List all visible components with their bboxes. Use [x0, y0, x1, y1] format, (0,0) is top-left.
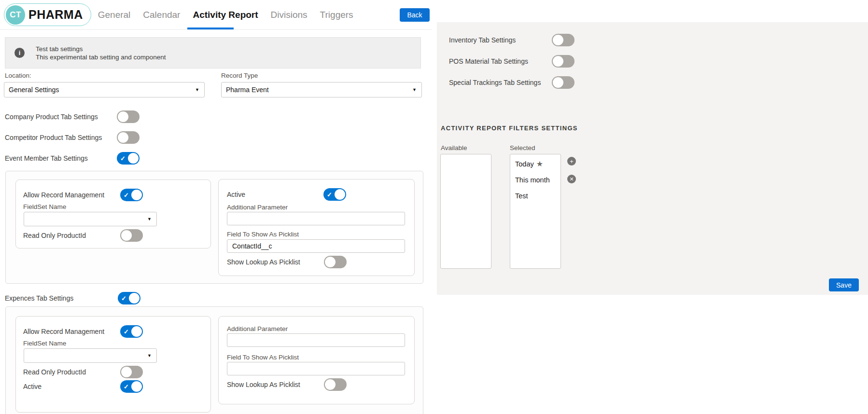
pos-material-tab-label: POS Material Tab Settings: [449, 57, 552, 65]
active-toggle[interactable]: ✓: [323, 188, 346, 201]
list-item-label: Test: [515, 192, 528, 200]
info-icon: i: [14, 48, 25, 58]
pos-material-tab-row: POS Material Tab Settings ✓: [449, 55, 574, 68]
allow-record-management-row: Allow Record Management ✓: [23, 325, 205, 338]
tab-triggers[interactable]: Triggers: [320, 0, 353, 29]
show-lookup-as-picklist-row: Show Lookup As Picklist ✓: [227, 378, 408, 391]
field-to-show-as-picklist-input[interactable]: [227, 239, 405, 253]
available-listbox[interactable]: [440, 154, 491, 269]
field-to-show-as-picklist-input[interactable]: [227, 362, 405, 375]
main-nav: General Calendar Activity Report Divisio…: [98, 0, 353, 29]
show-lookup-as-picklist-toggle[interactable]: ✓: [324, 256, 347, 268]
selected-listbox[interactable]: Today ★ This month Test: [510, 154, 561, 269]
list-item-label: This month: [515, 176, 550, 184]
expences-tab-toggle[interactable]: ✓: [118, 292, 140, 304]
event-member-tab-toggle[interactable]: ✓: [117, 152, 140, 165]
location-select[interactable]: General Settings ▼: [4, 82, 205, 97]
logo-brand-text: PHARMA: [28, 8, 83, 22]
special-trackings-tab-row: Special Trackings Tab Settings ✓: [449, 76, 574, 89]
dropdown-arrow-icon: ▼: [147, 353, 152, 358]
check-icon: ✓: [124, 192, 129, 199]
toggle-knob: [553, 56, 563, 67]
expences-record-card: Allow Record Management ✓ FieldSet Name …: [15, 316, 211, 413]
selected-list-label: Selected: [510, 144, 535, 152]
right-toggle-list: Inventory Tab Settings ✓ POS Material Ta…: [449, 34, 574, 97]
additional-parameter-input[interactable]: [227, 333, 405, 347]
record-type-select[interactable]: Pharma Event ▼: [221, 82, 422, 97]
active-row: Active ✓: [23, 380, 205, 393]
save-button[interactable]: Save: [829, 278, 859, 291]
dropdown-arrow-icon: ▼: [412, 87, 417, 92]
toggle-knob: [121, 367, 132, 377]
show-lookup-as-picklist-toggle[interactable]: ✓: [324, 378, 347, 391]
expences-picklist-card: Additional Parameter Field To Show As Pi…: [218, 316, 415, 404]
additional-parameter-label: Additional Parameter: [227, 204, 288, 211]
filters-settings-title: ACTIVITY REPORT FILTERS SETTINGS: [441, 124, 578, 132]
toggle-knob: [128, 153, 139, 164]
check-icon: ✓: [121, 295, 126, 302]
special-trackings-tab-toggle[interactable]: ✓: [552, 76, 574, 89]
active-label: Active: [227, 191, 323, 198]
location-label: Location:: [5, 72, 31, 79]
active-toggle[interactable]: ✓: [120, 380, 143, 393]
back-button[interactable]: Back: [400, 8, 430, 22]
allow-record-management-toggle[interactable]: ✓: [120, 189, 143, 201]
check-icon: ✓: [120, 155, 126, 162]
remove-filter-icon[interactable]: ✕: [567, 175, 576, 183]
additional-parameter-input[interactable]: [227, 212, 405, 225]
toggle-knob: [129, 293, 140, 304]
check-icon: ✓: [327, 191, 332, 198]
logo-ct-icon: CT: [6, 5, 25, 25]
toggle-knob: [553, 35, 563, 45]
show-lookup-as-picklist-label: Show Lookup As Picklist: [227, 381, 324, 388]
pos-material-tab-toggle[interactable]: ✓: [552, 55, 574, 68]
list-item[interactable]: This month: [510, 176, 560, 184]
special-trackings-tab-label: Special Trackings Tab Settings: [449, 79, 552, 86]
allow-record-management-label: Allow Record Management: [23, 191, 120, 199]
list-item-label: Today: [515, 160, 534, 168]
fieldset-name-select[interactable]: ▼: [24, 348, 157, 363]
active-row: Active ✓: [227, 188, 408, 201]
allow-record-management-toggle[interactable]: ✓: [120, 325, 143, 338]
fieldset-name-label: FieldSet Name: [23, 340, 66, 347]
competitor-product-tab-toggle[interactable]: ✓: [117, 131, 140, 144]
tab-settings-toggle-list: Company Product Tab Settings ✓ Competito…: [5, 110, 140, 173]
toggle-knob: [118, 111, 128, 122]
available-list-label: Available: [441, 144, 467, 152]
event-member-tab-row: Event Member Tab Settings ✓: [5, 152, 140, 165]
inventory-tab-toggle[interactable]: ✓: [552, 34, 574, 46]
info-banner-text: Test tab settings This experimental tab …: [36, 45, 166, 61]
fieldset-name-select[interactable]: ▼: [24, 212, 157, 226]
inventory-tab-label: Inventory Tab Settings: [449, 36, 552, 44]
event-member-tab-label: Event Member Tab Settings: [5, 154, 117, 162]
read-only-productid-toggle[interactable]: ✓: [120, 229, 143, 242]
read-only-productid-row: Read Only ProductId ✓: [23, 366, 205, 378]
tab-general[interactable]: General: [98, 0, 131, 29]
info-banner: i Test tab settings This experimental ta…: [5, 37, 421, 69]
read-only-productid-row: Read Only ProductId ✓: [23, 229, 205, 242]
expences-tab-label: Expences Tab Settings: [5, 294, 118, 302]
field-to-show-as-picklist-label: Field To Show As Picklist: [227, 231, 299, 238]
top-header: CT PHARMA General Calendar Activity Repo…: [0, 0, 432, 30]
field-to-show-as-picklist-label: Field To Show As Picklist: [227, 354, 299, 361]
tab-activity-report[interactable]: Activity Report: [193, 0, 258, 29]
event-member-settings-panel: Allow Record Management ✓ FieldSet Name …: [5, 171, 423, 284]
tab-divisions[interactable]: Divisions: [271, 0, 308, 29]
event-member-picklist-card: Active ✓ Additional Parameter Field To S…: [218, 179, 415, 276]
list-item[interactable]: Today ★: [510, 160, 560, 168]
add-filter-icon[interactable]: +: [567, 157, 576, 166]
record-type-select-value: Pharma Event: [226, 86, 269, 94]
competitor-product-tab-label: Competitor Product Tab Settings: [5, 134, 117, 141]
expences-settings-panel: Allow Record Management ✓ FieldSet Name …: [5, 306, 423, 414]
read-only-productid-toggle[interactable]: ✓: [120, 366, 143, 378]
tab-calendar[interactable]: Calendar: [143, 0, 180, 29]
check-icon: ✓: [124, 328, 129, 335]
company-product-tab-toggle[interactable]: ✓: [117, 110, 140, 123]
active-label: Active: [23, 383, 120, 390]
show-lookup-as-picklist-label: Show Lookup As Picklist: [227, 258, 324, 266]
dropdown-arrow-icon: ▼: [147, 217, 152, 221]
star-icon: ★: [536, 160, 543, 168]
list-item[interactable]: Test: [510, 192, 560, 200]
info-banner-title: Test tab settings: [36, 45, 166, 53]
allow-record-management-label: Allow Record Management: [23, 328, 120, 335]
